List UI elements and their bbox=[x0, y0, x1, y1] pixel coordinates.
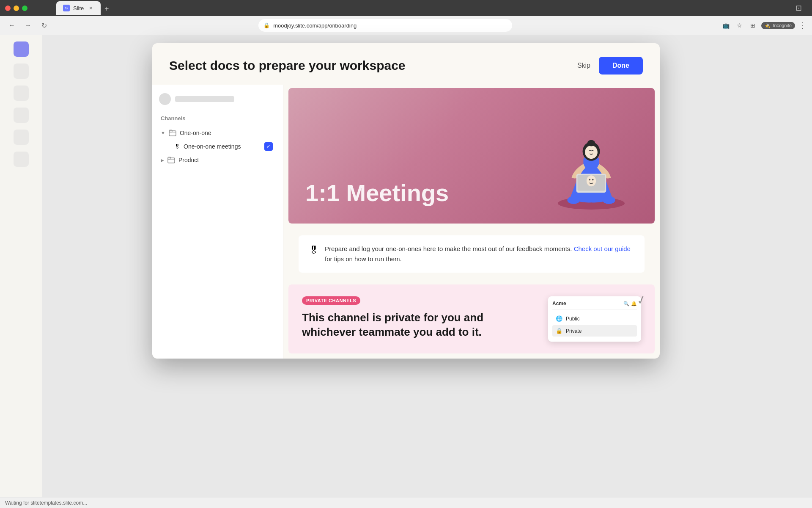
tab-close-button[interactable]: ✕ bbox=[87, 5, 94, 11]
incognito-icon: 🕵 bbox=[765, 23, 771, 28]
window-controls bbox=[5, 6, 27, 11]
hero-banner: 1:1 Meetings bbox=[288, 88, 655, 224]
svg-rect-2 bbox=[168, 158, 175, 163]
bottom-status-bar: Waiting for slitetemplates.slite.com... bbox=[0, 497, 812, 508]
maximize-window-button[interactable] bbox=[22, 6, 27, 11]
svg-point-6 bbox=[603, 196, 615, 204]
skip-button[interactable]: Skip bbox=[577, 62, 590, 69]
svg-rect-0 bbox=[169, 131, 176, 136]
private-card-content: PRIVATE CHANNELS This channel is private… bbox=[302, 296, 540, 340]
minimize-window-button[interactable] bbox=[14, 6, 19, 11]
browser-actions: 📺 ☆ ⊞ 🕵 Incognito ⋮ bbox=[721, 20, 806, 30]
sidebar-home-icon[interactable] bbox=[14, 41, 29, 57]
tab-title: Slite bbox=[73, 5, 84, 11]
channel-product-label: Product bbox=[178, 157, 199, 163]
mockup-icons: 🔍 🔔 bbox=[623, 301, 637, 306]
status-text: Waiting for slitetemplates.slite.com... bbox=[5, 500, 87, 506]
close-window-button[interactable] bbox=[5, 6, 11, 11]
svg-point-14 bbox=[585, 146, 598, 159]
forward-button[interactable]: → bbox=[22, 19, 34, 31]
bookmark-icon[interactable]: ☆ bbox=[734, 20, 744, 30]
incognito-badge: 🕵 Incognito bbox=[761, 22, 795, 29]
lock-icon: 🔒 bbox=[263, 22, 270, 28]
mockup-private-label: Private bbox=[566, 328, 582, 334]
back-button[interactable]: ← bbox=[6, 19, 18, 31]
modal-title: Select docs to prepare your workspace bbox=[169, 58, 406, 73]
mockup-option-public[interactable]: 🌐 Public bbox=[552, 313, 637, 324]
doc-name-label: One-on-one meetings bbox=[184, 143, 261, 150]
private-badge: PRIVATE CHANNELS bbox=[302, 296, 360, 305]
onboarding-modal: Select docs to prepare your workspace Sk… bbox=[152, 43, 660, 359]
guide-link[interactable]: Check out our guide bbox=[574, 245, 631, 252]
mockup-public-icon: 🌐 bbox=[556, 315, 562, 322]
mockup-header: Acme 🔍 🔔 bbox=[552, 301, 637, 309]
restore-down-icon[interactable]: ⊡ bbox=[796, 3, 802, 13]
tab-favicon: S bbox=[63, 5, 70, 11]
ui-mockup: Acme 🔍 🔔 🌐 Public 🔒 Privat bbox=[548, 296, 641, 342]
mockup-search-icon: 🔍 bbox=[623, 301, 629, 306]
description-text: Prepare and log your one-on-ones here to… bbox=[325, 244, 634, 264]
workspace-name-placeholder bbox=[175, 96, 234, 102]
active-tab[interactable]: S Slite ✕ bbox=[56, 1, 101, 15]
channels-label: Channels bbox=[159, 115, 276, 121]
title-bar: S Slite ✕ + ⊡ bbox=[0, 0, 812, 16]
workspace-header bbox=[159, 93, 276, 105]
channel-product[interactable]: ▶ Product bbox=[159, 154, 276, 166]
svg-point-5 bbox=[567, 196, 580, 204]
mockup-title: Acme bbox=[552, 301, 566, 306]
workspace-avatar bbox=[159, 93, 171, 105]
modal-sidebar: Channels ▼ One-on-one 🎖 bbox=[152, 85, 283, 359]
incognito-label: Incognito bbox=[773, 23, 792, 28]
channel-one-on-one-label: One-on-one bbox=[180, 130, 211, 136]
doc-checkbox[interactable]: ✓ bbox=[264, 142, 273, 151]
mockup-private-icon: 🔒 bbox=[556, 328, 562, 334]
channel-folder-icon bbox=[169, 129, 176, 137]
channel-product-arrow: ▶ bbox=[161, 158, 164, 163]
svg-point-12 bbox=[592, 179, 594, 181]
description-card: 🎖 Prepare and log your one-on-ones here … bbox=[299, 235, 645, 273]
browser-menu-button[interactable]: ⋮ bbox=[798, 21, 806, 30]
sidebar-search-icon[interactable] bbox=[14, 64, 29, 79]
modal-content: 1:1 Meetings bbox=[283, 85, 660, 359]
description-emoji: 🎖 bbox=[309, 245, 319, 257]
url-text: moodjoy.slite.com/app/onboarding bbox=[273, 22, 357, 29]
channel-expand-arrow: ▼ bbox=[161, 130, 165, 135]
svg-point-11 bbox=[589, 179, 590, 181]
channel-one-on-one[interactable]: ▼ One-on-one bbox=[159, 127, 276, 139]
svg-point-15 bbox=[587, 140, 595, 146]
channel-product-folder-icon bbox=[167, 156, 175, 164]
modal-body: Channels ▼ One-on-one 🎖 bbox=[152, 85, 660, 359]
page-area: Select docs to prepare your workspace Sk… bbox=[0, 35, 812, 508]
mockup-option-private[interactable]: 🔒 Private bbox=[552, 325, 637, 337]
cast-icon[interactable]: 📺 bbox=[721, 20, 731, 30]
hero-title: 1:1 Meetings bbox=[305, 179, 449, 207]
modal-header: Select docs to prepare your workspace Sk… bbox=[152, 43, 660, 85]
doc-one-on-one-meetings[interactable]: 🎖 One-on-one meetings ✓ bbox=[171, 139, 276, 154]
mockup-public-label: Public bbox=[566, 316, 580, 322]
browser-chrome: S Slite ✕ + ⊡ ← → ↻ 🔒 moodjoy.slite.com/… bbox=[0, 0, 812, 35]
modal-header-actions: Skip Done bbox=[577, 57, 643, 75]
mockup-bell-icon: 🔔 bbox=[631, 301, 637, 306]
doc-emoji-icon: 🎖 bbox=[174, 143, 180, 150]
new-tab-button[interactable]: + bbox=[101, 3, 112, 15]
sidebar-messages-icon[interactable] bbox=[14, 130, 29, 145]
sidebar-settings-icon[interactable] bbox=[14, 152, 29, 167]
hero-illustration bbox=[545, 105, 638, 224]
address-field[interactable]: 🔒 moodjoy.slite.com/app/onboarding bbox=[258, 19, 512, 32]
split-screen-icon[interactable]: ⊞ bbox=[748, 20, 758, 30]
reload-button[interactable]: ↻ bbox=[38, 19, 50, 31]
svg-point-10 bbox=[587, 175, 596, 186]
private-channels-card: PRIVATE CHANNELS This channel is private… bbox=[288, 284, 655, 353]
description-area: 🎖 Prepare and log your one-on-ones here … bbox=[288, 227, 655, 281]
app-sidebar bbox=[0, 35, 42, 508]
sidebar-channels-icon[interactable] bbox=[14, 108, 29, 123]
tabs-bar: S Slite ✕ + bbox=[51, 1, 118, 15]
private-title: This channel is private for you and whic… bbox=[302, 311, 540, 340]
sidebar-notifications-icon[interactable] bbox=[14, 86, 29, 101]
done-button[interactable]: Done bbox=[599, 57, 643, 75]
address-bar-row: ← → ↻ 🔒 moodjoy.slite.com/app/onboarding… bbox=[0, 16, 812, 35]
